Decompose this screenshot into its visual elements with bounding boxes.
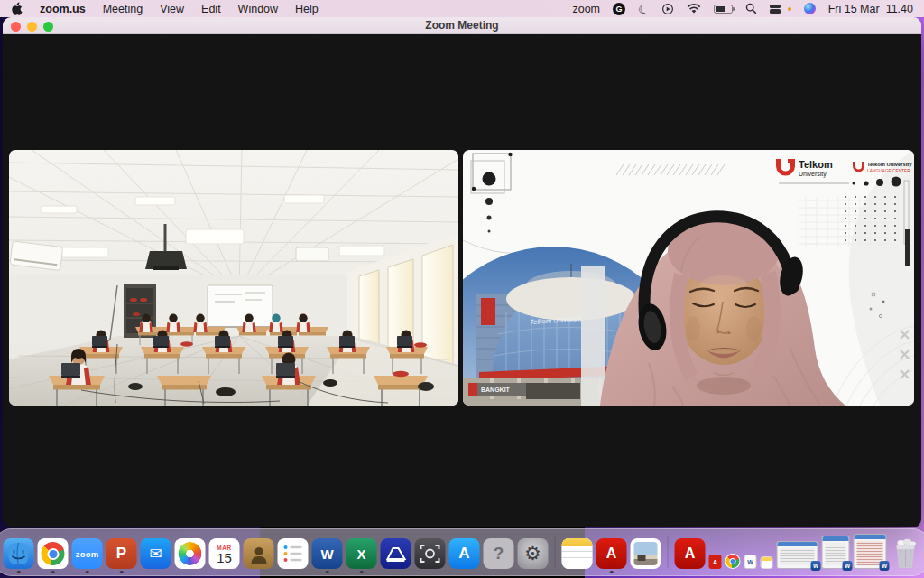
red-beret-icon <box>393 371 409 377</box>
menu-window[interactable]: Window <box>238 3 278 15</box>
spotlight-search-icon[interactable] <box>745 2 757 16</box>
dock-notes-small-icon[interactable] <box>761 556 773 569</box>
now-playing-icon[interactable] <box>661 2 674 16</box>
dock-missing-app-icon[interactable]: ? <box>484 538 514 569</box>
menu-bar: zoom.us Meeting View Edit Window Help zo… <box>0 0 924 17</box>
dock-mail-icon[interactable]: ✉ <box>141 538 171 569</box>
grammarly-icon[interactable]: G <box>613 3 625 15</box>
menubar-clock[interactable]: Fri 15 Mar 11.40 <box>828 3 913 15</box>
desktop: { "menu_bar": { "app_name": "zoom.us", "… <box>0 0 924 578</box>
window-title: Zoom Meeting <box>425 19 498 32</box>
presenter-scene: Telkom University Telkom University LANG… <box>463 150 914 406</box>
dock-pdf-file-icon[interactable]: A <box>675 538 706 569</box>
menu-help[interactable]: Help <box>295 3 319 15</box>
dock-minimized-window[interactable]: W <box>854 534 887 569</box>
dock-word-icon[interactable]: W <box>312 538 343 569</box>
svg-text:Telkom University: Telkom University <box>867 162 912 167</box>
dock-divider <box>555 536 556 568</box>
wifi-icon[interactable] <box>687 2 701 16</box>
dock-chrome-window-small-icon[interactable] <box>725 554 741 569</box>
dock-powerpoint-icon[interactable]: P <box>106 538 137 569</box>
close-window-button[interactable] <box>11 22 21 32</box>
menu-edit[interactable]: Edit <box>201 3 221 15</box>
svg-text:Telkom: Telkom <box>799 159 833 170</box>
dock-excel-icon[interactable]: X <box>346 538 377 569</box>
dock-settings-gear-icon[interactable]: ⚙ <box>518 538 549 569</box>
dock-photos-icon[interactable] <box>175 538 206 569</box>
dock-minimized-window[interactable]: W <box>822 536 850 569</box>
whiteboard-icon <box>208 285 273 327</box>
clock-date: Fri 15 Mar <box>828 3 880 15</box>
dock-zoom-icon[interactable]: zoom <box>72 538 103 569</box>
video-tile-classroom[interactable] <box>9 150 458 406</box>
window-titlebar[interactable]: Zoom Meeting <box>3 17 921 34</box>
apple-menu-icon[interactable] <box>11 2 23 16</box>
dock-image-file-icon[interactable] <box>631 538 661 569</box>
dock-word-file-small-icon[interactable]: W <box>744 555 757 569</box>
dock-contacts-icon[interactable] <box>244 538 274 569</box>
word-badge-icon: W <box>880 561 890 571</box>
zoom-meeting-window: Zoom Meeting <box>3 17 921 527</box>
fullscreen-window-button[interactable] <box>43 22 53 32</box>
dock-chrome-icon[interactable] <box>38 538 69 569</box>
dock-calendar-icon[interactable]: MAR 15 <box>209 538 240 569</box>
classroom-scene <box>9 150 458 406</box>
dock-trash-icon[interactable] <box>891 538 921 569</box>
minimize-window-button[interactable] <box>27 22 37 32</box>
siri-icon[interactable] <box>804 3 816 14</box>
dock-finder-icon[interactable] <box>4 538 34 569</box>
battery-icon[interactable] <box>714 5 733 14</box>
svg-text:University: University <box>799 171 827 178</box>
word-badge-icon: W <box>843 561 853 571</box>
dock-divider <box>668 536 669 568</box>
status-app-label[interactable]: zoom <box>572 3 600 15</box>
notification-dot-icon <box>788 7 791 11</box>
dock: zoom P ✉ MAR 15 W X A ? ⚙ A A A W W W W <box>0 528 924 576</box>
word-badge-icon: W <box>811 561 821 571</box>
calendar-day: 15 <box>217 551 232 564</box>
dock-screenshot-icon[interactable] <box>415 538 446 569</box>
dock-acrobat-icon[interactable]: A <box>596 538 627 569</box>
dock-scanner-icon[interactable] <box>381 538 411 569</box>
focus-moon-icon[interactable]: ☾ <box>636 0 651 17</box>
video-tile-presenter[interactable]: Telkom University Telkom University LANG… <box>463 150 914 406</box>
menu-view[interactable]: View <box>160 3 184 15</box>
dock-appstore-icon[interactable]: A <box>449 538 480 569</box>
menu-meeting[interactable]: Meeting <box>103 3 143 15</box>
svg-text:LANGUAGE CENTER: LANGUAGE CENTER <box>867 169 910 173</box>
menu-app-name[interactable]: zoom.us <box>40 3 86 15</box>
stage-manager-icon[interactable] <box>770 4 782 14</box>
meeting-video-area: Telkom University Telkom University LANG… <box>3 34 921 527</box>
dock-minimized-window[interactable]: W <box>777 541 818 569</box>
dock-pdf-file-small-icon[interactable]: A <box>709 555 722 569</box>
building-banner-text: BANGKIT <box>481 387 511 393</box>
dock-notes-icon[interactable] <box>562 538 593 569</box>
dock-reminders-icon[interactable] <box>278 538 309 569</box>
clock-time: 11.40 <box>886 3 913 15</box>
